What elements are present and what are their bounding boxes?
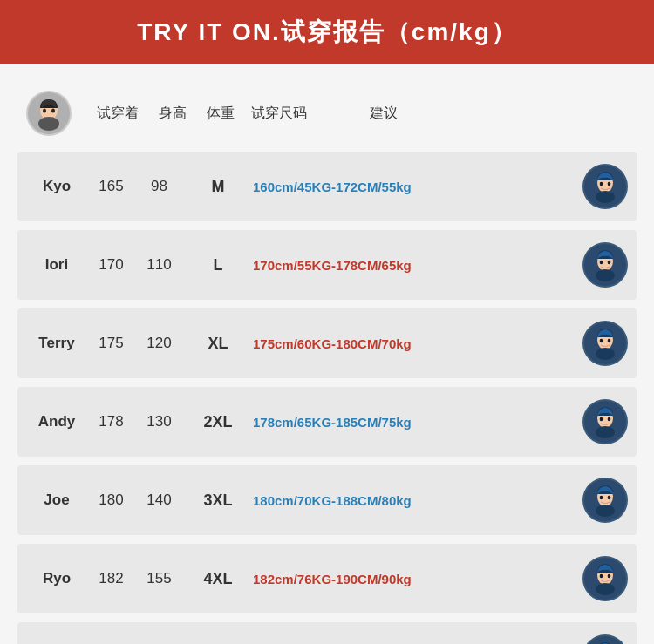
row-size: L (183, 256, 253, 275)
row-height: 182 (87, 570, 135, 587)
table-row: Andy 178 130 2XL 178cm/65KG-185CM/75kg (17, 387, 637, 457)
row-avatar (582, 634, 628, 644)
row-height: 178 (87, 413, 135, 430)
svg-point-8 (608, 182, 611, 186)
col-header-suggest: 建议 (314, 105, 453, 123)
header-avatar-icon (28, 92, 70, 134)
row-content: Iori 170 110 L 170cm/55KG-178CM/65kg (26, 256, 582, 275)
row-name: Iori (26, 256, 87, 274)
svg-point-28 (608, 496, 611, 499)
svg-point-23 (608, 417, 611, 421)
svg-point-27 (600, 496, 603, 499)
row-avatar (582, 478, 628, 523)
row-suggest: 180cm/70KG-188CM/80kg (253, 493, 412, 508)
svg-point-19 (596, 348, 615, 360)
row-height: 170 (87, 256, 135, 274)
svg-point-9 (596, 191, 615, 203)
row-weight: 98 (135, 178, 183, 195)
row-avatar-icon (584, 479, 626, 521)
svg-point-2 (43, 109, 46, 113)
row-avatar-icon (584, 244, 626, 286)
svg-point-17 (600, 339, 603, 342)
svg-point-22 (600, 417, 603, 421)
row-weight: 155 (135, 570, 183, 587)
row-suggest: 175cm/60KG-180CM/70kg (253, 336, 412, 351)
row-size: 4XL (183, 570, 253, 588)
svg-point-4 (38, 117, 59, 131)
svg-point-34 (596, 583, 615, 595)
row-avatar-icon (584, 558, 626, 600)
col-header-name: 试穿着 (87, 105, 148, 123)
row-content: Kyo 165 98 M 160cm/45KG-172CM/55kg (26, 178, 582, 196)
row-content: Ryo 182 155 4XL 182cm/76KG-190CM/90kg (26, 570, 582, 588)
row-name: Kyo (26, 178, 87, 195)
row-suggest: 178cm/65KG-185CM/75kg (253, 415, 412, 430)
row-avatar-icon (584, 636, 626, 644)
row-avatar-icon (584, 322, 626, 364)
row-avatar-icon (584, 401, 626, 443)
table-body: Kyo 165 98 M 160cm/45KG-172CM/55kg (17, 152, 637, 644)
table-row: Ralf 185 180 5XL 185cm/85KG-200CM/100kg (17, 622, 637, 644)
row-size: 2XL (183, 413, 253, 431)
row-name: Terry (26, 335, 87, 352)
col-header-size: 试穿尺码 (244, 105, 314, 123)
table-row: Ryo 182 155 4XL 182cm/76KG-190CM/90kg (17, 544, 637, 613)
svg-point-18 (608, 339, 611, 342)
row-weight: 110 (135, 256, 183, 274)
row-suggest: 182cm/76KG-190CM/90kg (253, 572, 412, 586)
svg-point-32 (600, 574, 603, 578)
table-row: Joe 180 140 3XL 180cm/70KG-188CM/80kg (17, 465, 637, 535)
row-size: M (183, 178, 253, 196)
row-content: Joe 180 140 3XL 180cm/70KG-188CM/80kg (26, 491, 582, 510)
row-avatar (582, 399, 628, 444)
header-columns: 试穿着 身高 体重 试穿尺码 建议 (87, 105, 453, 123)
svg-point-24 (596, 426, 615, 438)
table-row: Iori 170 110 L 170cm/55KG-178CM/65kg (17, 230, 637, 300)
row-content: Andy 178 130 2XL 178cm/65KG-185CM/75kg (26, 413, 582, 431)
svg-point-13 (608, 261, 611, 264)
row-size: 3XL (183, 491, 253, 510)
svg-point-14 (596, 269, 615, 281)
table-header: 试穿着 身高 体重 试穿尺码 建议 (17, 82, 637, 145)
title-bar: TRY IT ON.试穿报告（cm/kg） (0, 0, 654, 64)
header-avatar (26, 91, 72, 136)
row-avatar (582, 321, 628, 366)
row-avatar (582, 242, 628, 288)
row-avatar-icon (584, 166, 626, 207)
row-weight: 130 (135, 413, 183, 430)
row-content: Terry 175 120 XL 175cm/60KG-180CM/70kg (26, 335, 582, 353)
svg-point-29 (596, 505, 615, 517)
row-name: Ryo (26, 570, 87, 587)
row-avatar (582, 164, 628, 209)
svg-point-33 (608, 574, 611, 578)
svg-point-3 (51, 109, 55, 113)
table-row: Kyo 165 98 M 160cm/45KG-172CM/55kg (17, 152, 637, 221)
svg-point-7 (600, 182, 603, 186)
col-header-height: 身高 (148, 105, 196, 123)
row-avatar (582, 556, 628, 601)
row-suggest: 170cm/55KG-178CM/65kg (253, 258, 412, 273)
col-header-weight: 体重 (196, 105, 244, 123)
row-suggest: 160cm/45KG-172CM/55kg (253, 180, 412, 194)
row-height: 175 (87, 335, 135, 352)
table-row: Terry 175 120 XL 175cm/60KG-180CM/70kg (17, 308, 637, 378)
table-container: 试穿着 身高 体重 试穿尺码 建议 Kyo 165 98 M 160cm/45K… (17, 82, 637, 644)
page-title: TRY IT ON.试穿报告（cm/kg） (137, 18, 517, 45)
row-name: Joe (26, 491, 87, 509)
row-weight: 120 (135, 335, 183, 352)
row-weight: 140 (135, 491, 183, 509)
svg-point-12 (600, 261, 603, 264)
row-height: 165 (87, 178, 135, 195)
row-size: XL (183, 335, 253, 353)
row-height: 180 (87, 491, 135, 509)
row-name: Andy (26, 413, 87, 430)
